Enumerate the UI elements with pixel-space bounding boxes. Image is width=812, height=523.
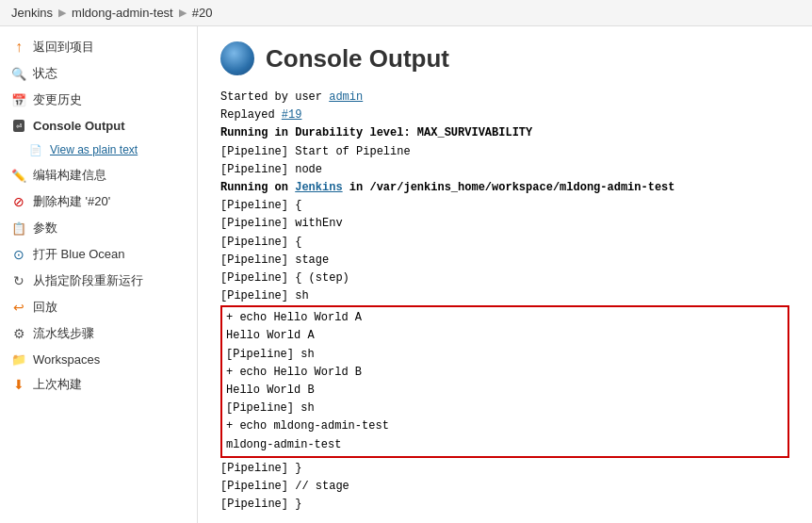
console-title-row: Console Output — [220, 41, 789, 75]
console-line-l11: [Pipeline] { (step) — [220, 270, 789, 287]
sidebar-item-label-status: 状态 — [33, 65, 57, 82]
sidebar-item-restart-from-stage[interactable]: ↻从指定阶段重新运行 — [0, 268, 197, 294]
sidebar-item-change-history[interactable]: 📅变更历史 — [0, 87, 197, 113]
change-history-icon: 📅 — [11, 92, 26, 107]
sidebar-item-console-output[interactable]: ⏎Console Output — [0, 113, 197, 138]
delete-build-icon: ⊘ — [11, 194, 26, 209]
console-line-l3: Running in Durability level: MAX_SURVIVA… — [220, 124, 789, 142]
sidebar-item-label-open-blue-ocean: 打开 Blue Ocean — [33, 246, 125, 263]
sidebar: ↑返回到项目🔍状态📅变更历史⏎Console Output📄View as pl… — [0, 26, 198, 523]
sidebar-item-label-restart-from-stage: 从指定阶段重新运行 — [33, 272, 143, 289]
sidebar-item-view-plain-text[interactable]: 📄View as plain text — [0, 138, 197, 162]
console-line-l15: [Pipeline] sh — [226, 346, 784, 364]
console-line-l2: Replayed #19 — [220, 106, 789, 124]
sidebar-item-pipeline-steps[interactable]: ⚙流水线步骤 — [0, 320, 197, 347]
sidebar-item-delete-build[interactable]: ⊘删除构建 '#20' — [0, 188, 197, 215]
view-plain-text-icon: 📄 — [28, 142, 43, 157]
sidebar-item-label-delete-build: 删除构建 '#20' — [33, 193, 110, 210]
breadcrumb-sep-1: ▶ — [58, 7, 66, 19]
restart-from-stage-icon: ↻ — [11, 273, 26, 288]
console-line-l6: Running on Jenkins in /var/jenkins_home/… — [220, 179, 789, 197]
sidebar-item-back-to-project[interactable]: ↑返回到项目 — [0, 34, 197, 60]
edit-build-info-icon: ✏️ — [11, 168, 26, 183]
console-line-l8: [Pipeline] withEnv — [220, 215, 789, 233]
console-output-area: Started by user adminReplayed #19Running… — [220, 89, 789, 514]
console-line-l23: [Pipeline] } — [220, 496, 789, 514]
console-line-l19: + echo mldong-admin-test — [226, 417, 784, 435]
sidebar-item-label-view-plain-text: View as plain text — [50, 143, 138, 156]
sidebar-item-status[interactable]: 🔍状态 — [0, 60, 197, 87]
params-icon: 📋 — [11, 221, 26, 236]
sidebar-item-params[interactable]: 📋参数 — [0, 215, 197, 241]
admin-link[interactable]: admin — [329, 90, 363, 104]
console-line-l12: [Pipeline] sh — [220, 287, 789, 305]
breadcrumb-jenkins[interactable]: Jenkins — [11, 6, 53, 20]
breadcrumb-build: #20 — [192, 6, 213, 20]
sidebar-item-edit-build-info[interactable]: ✏️编辑构建信息 — [0, 162, 197, 188]
sidebar-item-label-workspaces: Workspaces — [33, 352, 100, 367]
console-line-l14: Hello World A — [226, 327, 784, 345]
console-line-l17: Hello World B — [226, 382, 784, 400]
sidebar-item-last-build[interactable]: ⬇上次构建 — [0, 371, 197, 398]
jenkins-link[interactable]: Jenkins — [295, 181, 342, 194]
breadcrumb-header: Jenkins ▶ mldong-admin-test ▶ #20 — [0, 0, 812, 26]
back-to-project-icon: ↑ — [11, 40, 26, 55]
console-line-l20: mldong-admin-test — [226, 436, 784, 454]
workspaces-icon: 📁 — [11, 351, 26, 367]
console-line-l4: [Pipeline] Start of Pipeline — [220, 143, 789, 161]
sidebar-item-workspaces[interactable]: 📁Workspaces — [0, 347, 197, 371]
breadcrumb-project[interactable]: mldong-admin-test — [72, 6, 173, 20]
pipeline-steps-icon: ⚙ — [11, 326, 26, 341]
main-content: Console Output Started by user adminRepl… — [198, 26, 812, 523]
console-line-l7: [Pipeline] { — [220, 197, 789, 215]
layout: ↑返回到项目🔍状态📅变更历史⏎Console Output📄View as pl… — [0, 26, 812, 523]
sidebar-item-label-edit-build-info: 编辑构建信息 — [33, 167, 106, 184]
open-blue-ocean-icon: ⊙ — [11, 247, 26, 262]
console-output-icon: ⏎ — [11, 118, 26, 133]
console-line-l5: [Pipeline] node — [220, 161, 789, 179]
sidebar-item-label-last-build: 上次构建 — [33, 376, 82, 393]
console-line-l18: [Pipeline] sh — [226, 400, 784, 417]
sidebar-item-label-pipeline-steps: 流水线步骤 — [33, 325, 94, 342]
console-line-l16: + echo Hello World B — [226, 364, 784, 382]
console-output-title: Console Output — [266, 44, 449, 74]
sidebar-item-label-params: 参数 — [33, 220, 57, 237]
breadcrumb-sep-2: ▶ — [179, 7, 187, 19]
sidebar-item-open-blue-ocean[interactable]: ⊙打开 Blue Ocean — [0, 241, 197, 268]
sidebar-item-label-change-history: 变更历史 — [33, 91, 82, 108]
sidebar-item-label-replay: 回放 — [33, 299, 57, 316]
replay-icon: ↩ — [11, 300, 26, 315]
sidebar-item-label-back-to-project: 返回到项目 — [33, 39, 94, 56]
console-line-l10: [Pipeline] stage — [220, 252, 789, 270]
replay-link[interactable]: #19 — [282, 108, 302, 122]
console-line-l1: Started by user admin — [220, 89, 789, 106]
console-line-l13: + echo Hello World A — [226, 309, 784, 327]
console-icon — [220, 41, 254, 75]
console-line-l22: [Pipeline] // stage — [220, 478, 789, 496]
sidebar-item-label-console-output: Console Output — [33, 119, 125, 133]
status-icon: 🔍 — [11, 66, 26, 81]
last-build-icon: ⬇ — [11, 377, 26, 392]
highlight-box: + echo Hello World AHello World A[Pipeli… — [220, 305, 789, 458]
console-line-l9: [Pipeline] { — [220, 234, 789, 252]
console-line-l21: [Pipeline] } — [220, 460, 789, 478]
sidebar-item-replay[interactable]: ↩回放 — [0, 294, 197, 320]
